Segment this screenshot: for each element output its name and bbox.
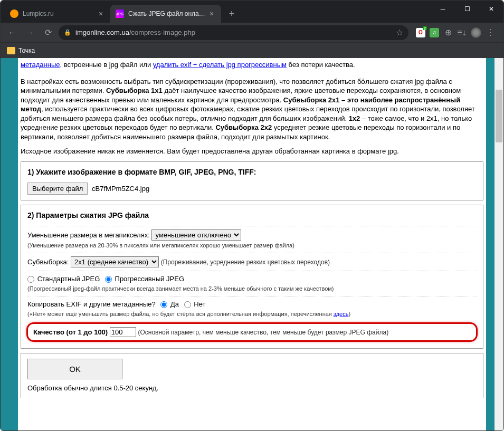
close-icon[interactable]: × xyxy=(207,9,216,18)
window-controls: ─ ☐ ✕ xyxy=(431,1,503,17)
quality-row: Качество (от 1 до 100) (Основной парамет… xyxy=(26,322,478,342)
quality-input[interactable] xyxy=(110,327,136,337)
tab-title: Lumpics.ru xyxy=(23,10,97,17)
exif-yes-radio[interactable] xyxy=(160,301,167,308)
megapixel-label: Уменьшение размера в мегапикселях: xyxy=(27,231,150,239)
exif-hint: («Нет» может ещё уменьшить размер файла,… xyxy=(27,311,350,317)
close-button[interactable]: ✕ xyxy=(479,1,503,17)
megapixel-row: Уменьшение размера в мегапикселях: умень… xyxy=(27,226,477,253)
new-tab-button[interactable]: + xyxy=(224,6,239,21)
choose-file-button[interactable]: Выберите файл xyxy=(27,183,88,195)
bookmark-folder[interactable]: Точка xyxy=(7,47,35,54)
section-submit: OK Обработка обычно длится 0.5-20 секунд… xyxy=(21,353,483,398)
reload-button[interactable]: ⟳ xyxy=(41,25,55,40)
bookmarks-bar: Точка xyxy=(1,42,503,58)
subsample-row: Субвыборка: 2x1 (среднее качество) (Прор… xyxy=(27,253,477,271)
standard-jpeg-label: Стандартный JPEG xyxy=(37,275,100,283)
quality-label: Качество (от 1 до 100) xyxy=(33,328,108,336)
megapixel-select[interactable]: уменьшение отключено xyxy=(151,229,241,241)
favicon-lumpics xyxy=(10,9,18,18)
exif-link[interactable]: удалить exif + сделать jpg прогрессивным xyxy=(153,61,287,69)
tab-lumpics[interactable]: Lumpics.ru × xyxy=(5,5,110,23)
extension-icon[interactable]: ♫ xyxy=(430,28,439,37)
quality-hint: (Основной параметр, чем меньше качество,… xyxy=(138,329,388,336)
section-title: 2) Параметры сжатия JPG файла xyxy=(27,210,477,221)
progressive-jpeg-radio[interactable] xyxy=(105,276,112,283)
tab-title: Сжать JPEG файл онлайн - IMG xyxy=(128,10,207,17)
bookmark-star-icon[interactable]: ☆ xyxy=(396,27,403,37)
exif-no-radio[interactable] xyxy=(184,301,191,308)
section-compression-params: 2) Параметры сжатия JPG файла Уменьшение… xyxy=(21,205,483,349)
extensions: O2 ♫ ⊕ ≡↓ ⋮ xyxy=(416,27,495,38)
minimize-button[interactable]: ─ xyxy=(431,1,455,17)
lock-icon: 🔒 xyxy=(64,29,71,36)
jpeg-type-row: Стандартный JPEG Прогрессивный JPEG (Про… xyxy=(27,271,477,296)
intro-text: метаданные, встроенные в jpg файл или уд… xyxy=(21,58,483,72)
exif-label: Копировать EXIF и другие метаданные? xyxy=(27,300,156,308)
exif-here-link[interactable]: здесь xyxy=(334,311,349,317)
description-para: В настройках есть возможность выбрать ти… xyxy=(21,77,483,142)
exif-row: Копировать EXIF и другие метаданные? Да … xyxy=(27,296,477,321)
extension-icon[interactable]: O2 xyxy=(416,28,425,37)
back-button[interactable]: ← xyxy=(5,25,20,40)
folder-icon xyxy=(7,47,15,54)
bookmark-label: Точка xyxy=(18,47,35,54)
selected-filename: cB7fMPm5ZC4.jpg xyxy=(92,185,149,193)
source-note: Исходное изображение никак не изменяется… xyxy=(21,147,483,156)
ok-button[interactable]: OK xyxy=(27,359,122,379)
url-path: /compress-image.php xyxy=(129,28,195,36)
url-input[interactable]: 🔒 imgonline.com.ua/compress-image.php ☆ xyxy=(59,25,408,40)
tab-strip: Lumpics.ru × JPG Сжать JPEG файл онлайн … xyxy=(5,5,239,23)
maximize-button[interactable]: ☐ xyxy=(455,1,479,17)
progressive-jpeg-label: Прогрессивный JPEG xyxy=(115,275,185,283)
url-host: imgonline.com.ua xyxy=(75,28,129,36)
forward-button[interactable]: → xyxy=(23,25,37,40)
scrollbar-thumb[interactable] xyxy=(496,90,502,142)
standard-jpeg-radio[interactable] xyxy=(27,276,34,283)
metadata-link[interactable]: метаданные xyxy=(21,61,60,69)
section-file-select: 1) Укажите изображение в формате BMP, GI… xyxy=(21,161,483,200)
page-content: метаданные, встроенные в jpg файл или уд… xyxy=(18,58,486,431)
subsample-select[interactable]: 2x1 (среднее качество) xyxy=(71,256,159,267)
exif-no-label: Нет xyxy=(194,300,205,308)
extension-icon[interactable]: ⊕ xyxy=(443,28,453,37)
exif-yes-label: Да xyxy=(170,300,179,308)
jpeg-type-hint: (Прогрессивный jpeg-файл практически все… xyxy=(27,285,334,292)
menu-icon[interactable]: ⋮ xyxy=(486,28,495,37)
subsample-hint: (Прореживание, усреднение резких цветовы… xyxy=(161,258,330,266)
subsample-label: Субвыборка: xyxy=(27,258,69,266)
reading-list-icon[interactable]: ≡↓ xyxy=(457,28,467,37)
page-viewport: метаданные, встроенные в jpg файл или уд… xyxy=(1,58,503,431)
close-icon[interactable]: × xyxy=(97,9,105,18)
section-title: 1) Укажите изображение в формате BMP, GI… xyxy=(27,167,477,177)
titlebar: Lumpics.ru × JPG Сжать JPEG файл онлайн … xyxy=(1,1,503,23)
tab-imgonline[interactable]: JPG Сжать JPEG файл онлайн - IMG × xyxy=(110,5,221,23)
processing-note: Обработка обычно длится 0.5-20 секунд. xyxy=(27,384,158,392)
scrollbar[interactable] xyxy=(495,58,503,431)
favicon-imgonline: JPG xyxy=(116,9,124,18)
megapixel-hint: (Уменьшение размера на 20-30% в пикселях… xyxy=(27,242,294,248)
address-bar: ← → ⟳ 🔒 imgonline.com.ua/compress-image.… xyxy=(1,23,503,42)
profile-avatar[interactable] xyxy=(471,27,481,38)
